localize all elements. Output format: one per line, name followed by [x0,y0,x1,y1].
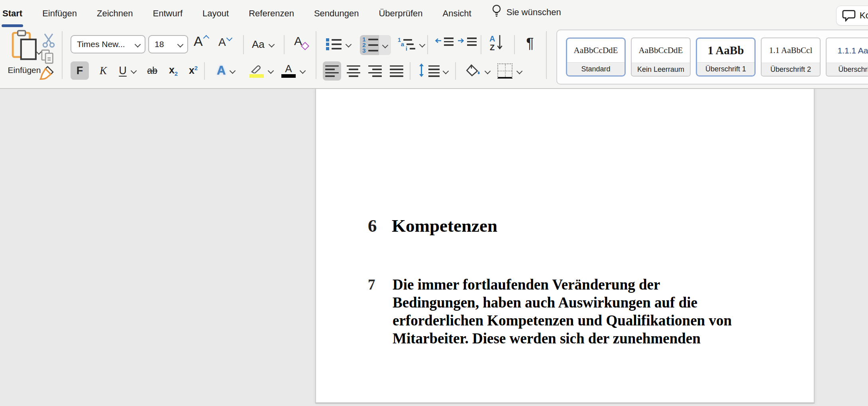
align-left-button-active[interactable] [323,61,341,81]
tab-sendungen[interactable]: Sendungen [314,6,359,19]
font-color-icon: A [281,64,296,78]
cut-button[interactable] [40,34,57,49]
change-case-letters: Aa [252,38,265,51]
multilevel-list-icon: 1 a i [396,37,415,51]
tab-einfuegen[interactable]: Einfügen [42,6,77,19]
paste-button-label: Einfügen [8,65,41,75]
style-card-ueberschrift-2[interactable]: 1.1 AaBbCcl Überschrift 2 [761,37,821,77]
shading-button[interactable] [465,62,490,80]
tab-start[interactable]: Start [2,6,22,19]
bold-button-active[interactable]: F [71,61,89,80]
caret-down-icon [226,35,233,41]
justify-button[interactable] [387,63,406,79]
font-name-select[interactable]: Times New... [71,35,145,53]
style-card-ueberschrift-3[interactable]: 1.1.1 AaB Überschrift [826,37,868,77]
group-divider [546,31,547,79]
font-size-select[interactable]: 18 [148,35,188,53]
text-effects-button[interactable]: A [217,61,235,80]
comments-button-label: Kommentare [860,10,868,21]
tab-referenzen[interactable]: Referenzen [249,6,294,19]
underline-button[interactable]: U [115,61,131,80]
paragraph-text: Die immer fortlaufenden Veränderung der … [393,276,732,347]
superscript-button[interactable]: x2 [184,61,202,80]
font-color-button[interactable]: A [281,61,305,81]
tab-entwurf[interactable]: Entwurf [153,6,183,19]
highlighter-pen-icon [249,64,264,78]
style-preview: AaBbCcDdE [632,38,690,63]
comments-button[interactable]: Kommentare [836,6,868,26]
superscript-icon: x2 [189,65,198,76]
justify-icon [390,65,403,77]
style-preview: 1.1 AaBbCcl [762,38,820,63]
borders-chevron-icon [516,68,523,74]
style-label: Überschrift 2 [762,63,820,76]
change-case-button[interactable]: Aa [252,35,274,53]
italic-button[interactable]: K [95,61,112,80]
subscript-icon: x2 [169,64,178,77]
group-divider [316,31,316,79]
line-spacing-button[interactable] [418,62,448,80]
numbering-button-active[interactable]: 1 2 3 [360,35,391,55]
small-divider [410,62,410,80]
copy-icon [41,49,55,66]
align-left-icon [325,65,339,77]
subscript-button[interactable]: x2 [164,61,183,80]
tab-layout[interactable]: Layout [202,6,229,19]
sort-button[interactable]: A Z [489,34,503,52]
lightbulb-icon [491,4,502,21]
sort-az-icon: A Z [489,34,495,52]
tab-ansicht[interactable]: Ansicht [443,6,471,19]
font-name-value: Times New... [77,39,125,49]
shrink-font-button[interactable]: A [218,36,226,49]
underline-chevron-icon[interactable] [131,68,137,74]
style-label: Standard [567,62,624,75]
bullet-list-icon [326,37,342,51]
grow-font-letter: A [194,34,203,49]
indent-lines-icon [444,37,454,46]
italic-letter: K [100,65,107,77]
shrink-font-letter: A [218,36,226,48]
outdent-arrow-icon [434,38,442,45]
small-divider [427,35,428,54]
change-case-chevron-icon [269,41,275,47]
ribbon: Einfügen [0,25,868,89]
multilevel-chevron-icon [419,41,426,47]
paint-bucket-icon [465,64,481,78]
word-window: Start Einfügen Zeichnen Entwurf Layout R… [0,0,868,406]
align-center-button[interactable] [344,63,363,79]
scissors-icon [41,33,56,50]
clear-formatting-button[interactable]: A [294,34,302,48]
paragraph-7[interactable]: 7 Die immer fortlaufenden Veränderung de… [368,276,732,347]
line-spacing-lines-icon [428,65,440,77]
bullets-button[interactable] [326,35,351,53]
show-paragraph-marks-button[interactable]: ¶ [521,34,539,53]
multilevel-list-button[interactable]: 1 a i [396,35,424,53]
align-center-icon [347,65,360,77]
style-card-standard[interactable]: AaBbCcDdE Standard [566,37,626,77]
align-right-button[interactable] [366,63,384,79]
eraser-icon [301,42,309,50]
borders-button[interactable] [497,61,522,81]
strikethrough-button[interactable]: ab [142,61,163,80]
document-page[interactable]: 6 Kompetenzen 7 Die immer fortlaufenden … [315,89,815,404]
heading-6[interactable]: 6 Kompetenzen [368,215,497,237]
decrease-indent-button[interactable] [434,37,454,46]
copy-button[interactable] [39,49,57,65]
document-canvas[interactable]: 6 Kompetenzen 7 Die immer fortlaufenden … [0,89,868,406]
numbering-dropdown[interactable] [379,35,391,55]
grow-font-button[interactable]: A [194,34,203,49]
tab-tell-me[interactable]: Sie wünschen [491,4,561,21]
paragraph-line: erforderlichen Kompetenzen und Qualifika… [393,311,732,329]
style-card-ueberschrift-1[interactable]: 1 AaBb Überschrift 1 [696,37,756,77]
paste-clipboard-icon [11,30,37,63]
style-label: Überschrift [827,63,868,76]
format-painter-button[interactable] [38,65,56,81]
style-card-kein-leerraum[interactable]: AaBbCcDdE Kein Leerraum [631,37,691,77]
highlight-color-button[interactable] [249,61,273,81]
caret-up-icon [203,35,210,41]
tab-zeichnen[interactable]: Zeichnen [97,6,133,19]
font-size-chevron-icon [177,41,184,47]
increase-indent-button[interactable] [458,37,477,46]
tab-ueberpruefen[interactable]: Überprüfen [379,6,422,19]
bold-letter: F [77,65,83,77]
